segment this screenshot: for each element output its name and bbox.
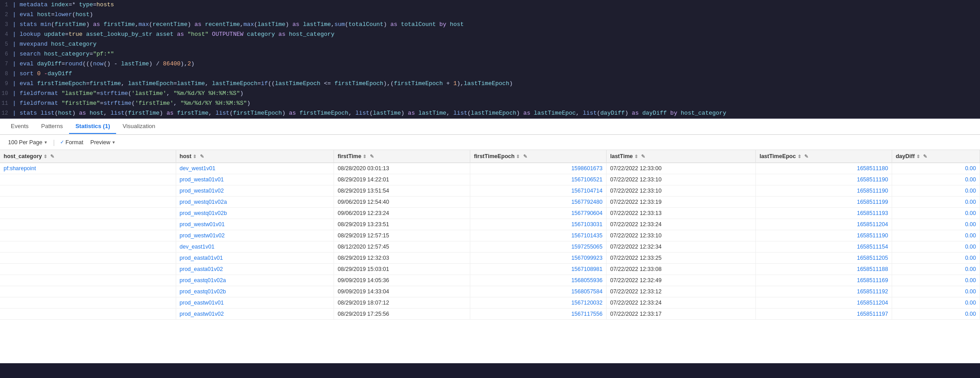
- edit-icon[interactable]: ✎: [804, 154, 808, 159]
- sort-icon[interactable]: ⇕: [798, 154, 801, 159]
- edit-icon[interactable]: ✎: [370, 154, 374, 159]
- cell-host[interactable]: prod_westw01v02: [176, 230, 334, 241]
- table-row: prod_westa01v0208/29/2019 13:51:54156710…: [0, 185, 980, 197]
- cell-host_category[interactable]: [0, 241, 176, 253]
- sort-icon[interactable]: ⇕: [193, 154, 196, 159]
- cell-lastTime: 07/22/2022 12:32:49: [606, 275, 755, 286]
- edit-icon[interactable]: ✎: [523, 154, 527, 159]
- line-number: 11: [0, 100, 13, 107]
- col-header-lastTimeEpoc[interactable]: lastTimeEpoc ⇕ ✎: [756, 150, 892, 163]
- format-button[interactable]: ✓ Format: [56, 138, 87, 147]
- col-header-host[interactable]: host ⇕ ✎: [176, 150, 334, 163]
- table-row: prod_westa01v0108/29/2019 14:22:01156710…: [0, 174, 980, 185]
- code-line-8: 8 | sort 0 -dayDiff: [0, 69, 980, 79]
- cell-host_category[interactable]: [0, 309, 176, 320]
- col-header-firstTimeEpoch[interactable]: firstTimeEpoch ⇕ ✎: [470, 150, 607, 163]
- cell-host[interactable]: prod_westw01v01: [176, 219, 334, 230]
- table-row: dev_east1v0108/12/2020 12:57:45159725506…: [0, 241, 980, 253]
- cell-dayDiff: 0.00: [892, 230, 980, 241]
- tab-events[interactable]: Events: [4, 119, 35, 134]
- col-label: lastTimeEpoc: [759, 153, 796, 159]
- tab-statistics--1-[interactable]: Statistics (1): [69, 119, 116, 134]
- line-number: 12: [0, 110, 13, 116]
- cell-lastTime: 07/22/2022 12:33:08: [606, 264, 755, 275]
- line-content: | stats list(host) as host, list(firstTi…: [13, 109, 726, 118]
- sort-icon[interactable]: ⇕: [516, 154, 520, 159]
- col-header-lastTime[interactable]: lastTime ⇕ ✎: [606, 150, 755, 163]
- sort-icon[interactable]: ⇕: [916, 154, 920, 159]
- col-header-host_category[interactable]: host_category ⇕ ✎: [0, 150, 176, 163]
- cell-host[interactable]: dev_east1v01: [176, 241, 334, 253]
- cell-host[interactable]: prod_easta01v01: [176, 253, 334, 264]
- line-content: | fieldformat "lastTime"=strftime('lastT…: [13, 89, 243, 98]
- table-row: pf:sharepointdev_west1v0108/28/2020 03:0…: [0, 163, 980, 174]
- cell-host_category[interactable]: [0, 264, 176, 275]
- line-number: 9: [0, 81, 13, 87]
- per-page-button[interactable]: 100 Per Page▼: [4, 138, 51, 147]
- cell-dayDiff: 0.00: [892, 253, 980, 264]
- code-line-2: 2 | eval host=lower(host): [0, 10, 980, 20]
- cell-host_category[interactable]: pf:sharepoint: [0, 163, 176, 174]
- sort-icon[interactable]: ⇕: [43, 154, 47, 159]
- tabs-bar: EventsPatternsStatistics (1)Visualizatio…: [0, 119, 980, 135]
- edit-icon[interactable]: ✎: [923, 154, 927, 159]
- cell-host[interactable]: prod_eastq01v02b: [176, 286, 334, 297]
- preview-button[interactable]: Preview▼: [87, 138, 119, 147]
- cell-host_category[interactable]: [0, 197, 176, 208]
- line-content: | metadata index=* type=hosts: [13, 0, 114, 9]
- table-row: prod_easta01v0108/29/2019 12:32:03156709…: [0, 253, 980, 264]
- cell-host[interactable]: prod_westq01v02a: [176, 197, 334, 208]
- edit-icon[interactable]: ✎: [200, 154, 204, 159]
- cell-host_category[interactable]: [0, 185, 176, 197]
- code-line-4: 4 | lookup update=true asset_lookup_by_s…: [0, 30, 980, 39]
- code-line-1: 1 | metadata index=* type=hosts: [0, 0, 980, 10]
- cell-host[interactable]: prod_eastw01v01: [176, 297, 334, 309]
- cell-firstTime: 08/29/2019 12:57:15: [334, 230, 470, 241]
- sort-icon[interactable]: ⇕: [363, 154, 366, 159]
- cell-lastTime: 07/22/2022 12:33:13: [606, 208, 755, 219]
- cell-host[interactable]: prod_westa01v02: [176, 185, 334, 197]
- table-row: prod_westq01v02b09/06/2019 12:23:2415677…: [0, 208, 980, 219]
- cell-host_category[interactable]: [0, 219, 176, 230]
- cell-host[interactable]: prod_easta01v02: [176, 264, 334, 275]
- sort-icon[interactable]: ⇕: [634, 154, 638, 159]
- cell-lastTimeEpoc: 1658511188: [756, 264, 892, 275]
- cell-host_category[interactable]: [0, 208, 176, 219]
- cell-host_category[interactable]: [0, 297, 176, 309]
- cell-host_category[interactable]: [0, 230, 176, 241]
- check-icon: ✓: [60, 139, 64, 145]
- cell-firstTimeEpoch: 1597255065: [470, 241, 607, 253]
- edit-icon[interactable]: ✎: [641, 154, 645, 159]
- cell-host[interactable]: prod_eastq01v02a: [176, 275, 334, 286]
- line-content: | eval firstTimeEpoch=firstTime, lastTim…: [13, 79, 513, 88]
- cell-host[interactable]: prod_eastw01v02: [176, 309, 334, 320]
- cell-host_category[interactable]: [0, 253, 176, 264]
- cell-lastTimeEpoc: 1658511192: [756, 286, 892, 297]
- cell-lastTimeEpoc: 1658511190: [756, 230, 892, 241]
- cell-host_category[interactable]: [0, 286, 176, 297]
- cell-lastTimeEpoc: 1658511204: [756, 297, 892, 309]
- edit-icon[interactable]: ✎: [50, 154, 54, 159]
- cell-host[interactable]: prod_westq01v02b: [176, 208, 334, 219]
- cell-host_category[interactable]: [0, 174, 176, 185]
- cell-dayDiff: 0.00: [892, 174, 980, 185]
- col-header-firstTime[interactable]: firstTime ⇕ ✎: [334, 150, 470, 163]
- cell-host_category[interactable]: [0, 275, 176, 286]
- cell-firstTimeEpoch: 1598601673: [470, 163, 607, 174]
- cell-dayDiff: 0.00: [892, 208, 980, 219]
- code-line-5: 5 | mvexpand host_category: [0, 39, 980, 49]
- cell-firstTimeEpoch: 1567103031: [470, 219, 607, 230]
- tab-visualization[interactable]: Visualization: [116, 119, 161, 134]
- col-label: firstTime: [338, 153, 361, 159]
- line-number: 5: [0, 41, 13, 47]
- cell-dayDiff: 0.00: [892, 275, 980, 286]
- line-number: 8: [0, 71, 13, 77]
- cell-dayDiff: 0.00: [892, 197, 980, 208]
- line-content: | search host_category="pf:*": [13, 50, 114, 59]
- cell-host[interactable]: prod_westa01v01: [176, 174, 334, 185]
- tab-patterns[interactable]: Patterns: [35, 119, 69, 134]
- chevron-down-icon: ▼: [112, 140, 116, 145]
- cell-host[interactable]: dev_west1v01: [176, 163, 334, 174]
- col-header-dayDiff[interactable]: dayDiff ⇕ ✎: [892, 150, 980, 163]
- line-number: 2: [0, 12, 13, 18]
